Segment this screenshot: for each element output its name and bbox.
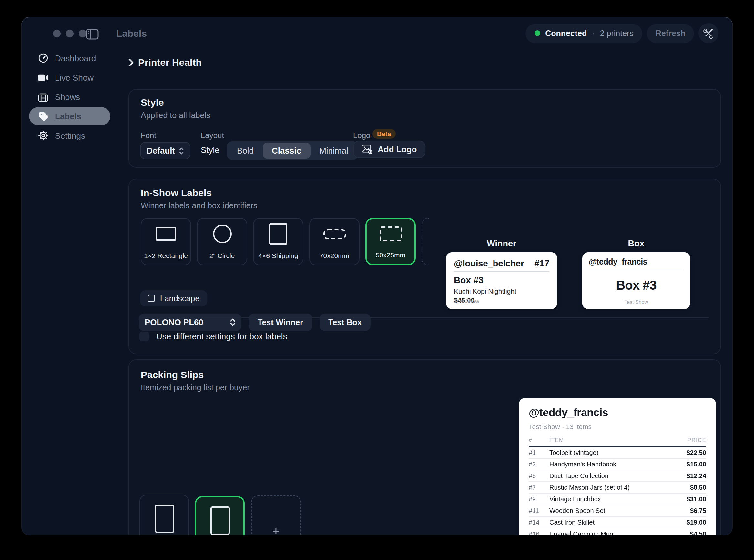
table-row: #3Handyman's Handbook$15.00 — [529, 458, 706, 470]
plus-icon: + — [272, 523, 279, 536]
winner-number: #17 — [534, 258, 549, 268]
winner-preview-heading: Winner — [446, 239, 557, 248]
row-price: $8.50 — [670, 482, 706, 493]
landscape-toggle[interactable]: Landscape — [140, 290, 207, 306]
sidebar-item-dashboard[interactable]: Dashboard — [29, 49, 110, 67]
layout-segmented-control: Bold Classic Minimal — [227, 141, 359, 160]
size-tile-label: 70x20mm — [320, 252, 349, 259]
checkbox-icon[interactable] — [139, 332, 149, 341]
layout-label: Layout — [201, 131, 224, 140]
rectangle-shape-icon — [141, 219, 190, 249]
printer-health-disclosure[interactable]: Printer Health — [129, 57, 202, 68]
size-tile-label: 50x25mm — [376, 251, 405, 259]
traffic-light-zoom[interactable] — [79, 30, 86, 37]
row-price: $6.75 — [670, 505, 706, 517]
sidebar-item-shows[interactable]: Shows — [29, 88, 110, 106]
row-price: $12.24 — [670, 470, 706, 482]
test-box-button[interactable]: Test Box — [319, 314, 371, 331]
col-header-num: # — [529, 437, 549, 446]
shipping-shape-icon — [254, 219, 303, 249]
box-settings-toggle-row[interactable]: Use different settings for box labels — [139, 332, 287, 341]
row-item: Rustic Mason Jars (set of 4) — [549, 482, 670, 493]
box-handle: @teddy_francis — [589, 257, 684, 266]
traffic-light-minimize[interactable] — [66, 30, 74, 37]
row-price: $4.50 — [670, 528, 706, 536]
winner-handle: @louise_belcher — [454, 258, 524, 268]
test-winner-button[interactable]: Test Winner — [249, 314, 312, 331]
packing-slip-preview: @teddy_francis Test Show · 13 items # IT… — [519, 398, 716, 536]
printer-actions-row: POLONO PL60 Test Winner Test Box — [139, 314, 371, 331]
main-content: Printer Health Style Applied to all labe… — [118, 17, 733, 536]
sidebar-item-label: Live Show — [55, 73, 94, 82]
table-row: #9Vintage Lunchbox$31.00 — [529, 493, 706, 505]
gear-icon — [38, 130, 49, 141]
add-logo-button[interactable]: Add Logo — [353, 141, 425, 158]
inshow-labels-card: In-Show Labels Winner labels and box ide… — [129, 179, 721, 354]
row-item: Enamel Camping Mug — [549, 528, 670, 536]
box-show-name: Test Show — [582, 299, 690, 305]
dashed-rect-icon — [367, 219, 414, 248]
divider — [589, 270, 684, 270]
sidebar-item-labels[interactable]: Labels — [29, 107, 110, 125]
segment-bold[interactable]: Bold — [228, 143, 263, 159]
circle-shape-icon — [197, 219, 247, 249]
film-icon — [38, 92, 49, 102]
row-num: #16 — [529, 528, 549, 536]
updown-chevron-icon — [179, 147, 184, 155]
row-price: $22.50 — [670, 446, 706, 458]
font-select-value: Default — [147, 146, 175, 156]
table-row: #7Rustic Mason Jars (set of 4)$8.50 — [529, 482, 706, 493]
row-item: Toolbelt (vintage) — [549, 446, 670, 458]
size-tile-custom-clipped[interactable] — [422, 218, 429, 265]
printer-health-title: Printer Health — [138, 57, 202, 68]
style-card: Style Applied to all labels Font Default… — [129, 89, 721, 168]
packing-card-title: Packing Slips — [141, 369, 709, 380]
sidebar-item-settings[interactable]: Settings — [29, 126, 110, 144]
printer-select[interactable]: POLONO PL60 — [139, 314, 241, 331]
segment-minimal[interactable]: Minimal — [310, 143, 357, 159]
beta-badge: Beta — [372, 129, 395, 139]
size-tile-label: 1×2 Rectangle — [144, 252, 188, 259]
row-num: #3 — [529, 458, 549, 470]
box-settings-label: Use different settings for box labels — [156, 332, 287, 341]
row-item: Wooden Spoon Set — [549, 505, 670, 517]
traffic-light-close[interactable] — [53, 30, 61, 37]
size-tile-1x2-rectangle[interactable]: 1×2 Rectangle — [141, 218, 191, 265]
size-tile-70x20mm[interactable]: 70x20mm — [309, 218, 360, 265]
sidebar: Dashboard Live Show — [21, 48, 118, 146]
sidebar-toggle-icon[interactable] — [86, 28, 99, 40]
winner-show-name: Test Show — [454, 298, 479, 304]
row-num: #1 — [529, 446, 549, 458]
sidebar-item-label: Shows — [55, 92, 80, 102]
stage: Labels Connected · 2 printers Refresh — [0, 0, 754, 560]
printer-select-value: POLONO PL60 — [144, 317, 204, 327]
image-plus-icon — [362, 144, 372, 154]
paper-tile-letter[interactable]: Letter — [139, 495, 189, 536]
paper-tile-selected[interactable] — [195, 496, 245, 536]
sidebar-item-live-show[interactable]: Live Show — [29, 68, 110, 86]
packing-card-subtitle: Itemized packing list per buyer — [141, 383, 709, 392]
slip-handle: @teddy_francis — [529, 406, 706, 419]
segment-classic[interactable]: Classic — [263, 143, 310, 159]
size-tile-50x25mm[interactable]: 50x25mm — [365, 218, 416, 265]
font-select[interactable]: Default — [140, 142, 190, 159]
winner-box-number: Box #3 — [454, 275, 549, 285]
slip-subtitle: Test Show · 13 items — [529, 423, 706, 430]
dashed-rect-icon — [310, 219, 359, 249]
size-tile-4x6-shipping[interactable]: 4×6 Shipping — [253, 218, 304, 265]
row-price: $31.00 — [670, 493, 706, 505]
sidebar-item-label: Labels — [55, 111, 81, 121]
style-card-subtitle: Applied to all labels — [141, 111, 709, 120]
inshow-card-title: In-Show Labels — [141, 187, 709, 198]
row-item: Duct Tape Collection — [549, 470, 670, 482]
tag-icon — [38, 111, 49, 121]
size-tile-2in-circle[interactable]: 2" Circle — [197, 218, 247, 265]
font-label: Font — [141, 131, 156, 140]
checkbox-icon — [148, 295, 155, 302]
row-item: Handyman's Handbook — [549, 458, 670, 470]
add-paper-size-tile[interactable]: + — [251, 496, 301, 536]
layout-style-label: Style — [201, 145, 219, 155]
row-num: #7 — [529, 482, 549, 493]
table-row: #1Toolbelt (vintage)$22.50 — [529, 446, 706, 458]
size-tile-label: 2" Circle — [210, 252, 235, 259]
